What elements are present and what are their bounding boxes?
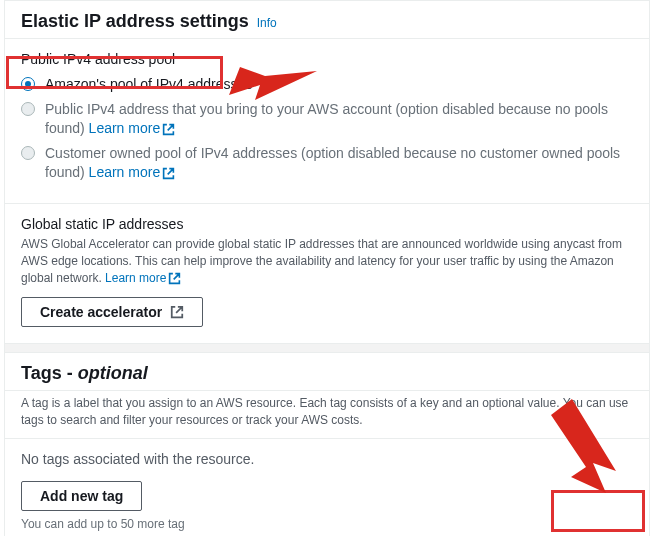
- tags-empty-text: No tags associated with the resource.: [21, 451, 633, 467]
- learn-more-link[interactable]: Learn more: [89, 120, 176, 136]
- tags-title: Tags - optional: [21, 363, 148, 384]
- create-accelerator-button[interactable]: Create accelerator: [21, 297, 203, 327]
- eip-section-body: Public IPv4 address pool Amazon's pool o…: [5, 39, 649, 203]
- learn-more-text: Learn more: [89, 164, 161, 180]
- tags-panel: Tags - optional A tag is a label that yo…: [4, 352, 650, 536]
- external-link-icon: [162, 123, 175, 136]
- panel-spacer: [4, 344, 650, 352]
- radio-icon-disabled: [21, 146, 35, 160]
- learn-more-text: Learn more: [89, 120, 161, 136]
- learn-more-link[interactable]: Learn more: [89, 164, 176, 180]
- create-accelerator-label: Create accelerator: [40, 304, 162, 320]
- learn-more-text: Learn more: [105, 271, 166, 285]
- eip-settings-panel: Elastic IP address settings Info Public …: [4, 0, 650, 344]
- radio-option-customer-owned: Customer owned pool of IPv4 addresses (o…: [21, 144, 633, 182]
- global-heading: Global static IP addresses: [21, 216, 633, 232]
- radio-label: Public IPv4 address that you bring to yo…: [45, 100, 633, 138]
- external-link-icon: [162, 167, 175, 180]
- add-tag-label: Add new tag: [40, 488, 123, 504]
- external-link-icon: [168, 272, 181, 285]
- add-new-tag-button[interactable]: Add new tag: [21, 481, 142, 511]
- radio-label: Customer owned pool of IPv4 addresses (o…: [45, 144, 633, 182]
- tags-description: A tag is a label that you assign to an A…: [5, 391, 649, 440]
- radio-option-amazon-pool[interactable]: Amazon's pool of IPv4 addresses: [21, 75, 633, 94]
- tags-body: No tags associated with the resource. Ad…: [5, 439, 649, 536]
- global-accelerator-section: Global static IP addresses AWS Global Ac…: [5, 203, 649, 342]
- radio-option-byoip: Public IPv4 address that you bring to yo…: [21, 100, 633, 138]
- radio-icon: [21, 77, 35, 91]
- eip-section-header: Elastic IP address settings Info: [5, 1, 649, 39]
- tags-limit-note: You can add up to 50 more tag: [21, 517, 633, 531]
- tags-header: Tags - optional: [5, 353, 649, 391]
- tags-title-text: Tags -: [21, 363, 78, 383]
- learn-more-link[interactable]: Learn more: [105, 271, 181, 285]
- eip-title: Elastic IP address settings: [21, 11, 249, 32]
- radio-icon-disabled: [21, 102, 35, 116]
- info-link[interactable]: Info: [257, 16, 277, 30]
- pool-group-label: Public IPv4 address pool: [21, 51, 633, 67]
- tags-optional: optional: [78, 363, 148, 383]
- radio-label: Amazon's pool of IPv4 addresses: [45, 75, 252, 94]
- external-link-icon: [170, 305, 184, 319]
- global-description: AWS Global Accelerator can provide globa…: [21, 236, 633, 286]
